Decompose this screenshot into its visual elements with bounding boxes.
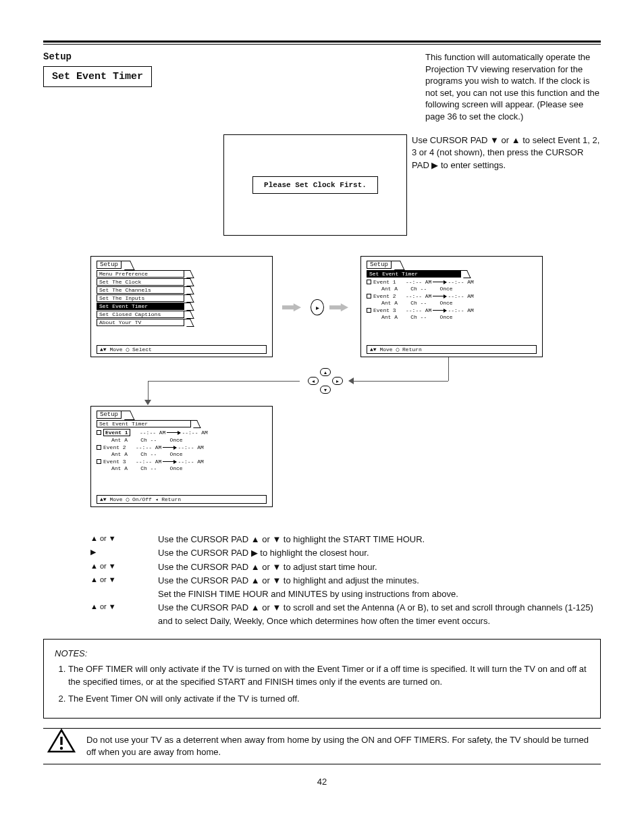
menu-item: Menu Preference [97, 270, 184, 278]
dpad-right-icon: ▸ [332, 377, 343, 385]
screen-event-list: Setup Set Event Timer Event 1 --:-- AM--… [360, 256, 543, 357]
note-item: The Event Timer ON will only activate if… [68, 693, 589, 706]
event-sub: Ant A Ch -- Once [367, 286, 537, 292]
event-row-highlighted: Event 1 --:-- AM--:-- AM [97, 429, 267, 436]
dpad-icon: ▴ ▾ ◂ ▸ [306, 369, 344, 394]
osd-title-setup: Setup [97, 261, 122, 269]
setup-menu-list: Menu Preference Set The Clock Set The Ch… [97, 270, 267, 326]
event-rows: Event 1 --:-- AM--:-- AM Ant A Ch -- Onc… [367, 279, 537, 320]
instruction-text: Use the CURSOR PAD ▲ or ▼ to adjust star… [158, 561, 377, 574]
screen-setup-menu: Setup Menu Preference Set The Clock Set … [90, 256, 273, 357]
flow-line [148, 381, 149, 400]
top-rule [43, 41, 601, 45]
header-row: Setup Set Event Timer This function will… [43, 51, 601, 122]
instruction-glyph: ▲ or ▼ [90, 533, 158, 544]
event-sub: Ant A Ch -- Once [367, 314, 537, 320]
checkbox-icon [367, 280, 371, 284]
time-arrow-icon [433, 282, 446, 282]
osd-subtitle-selected: Set Event Timer [367, 270, 461, 278]
osd-footer: ▲▼ Move ◯ Return [367, 345, 537, 354]
checkbox-icon [97, 459, 101, 464]
header-left: Setup Set Event Timer [43, 51, 152, 87]
section-title: Set Event Timer [43, 66, 152, 87]
dpad-up-icon: ▴ [320, 368, 331, 376]
notes-heading: NOTES: [55, 648, 87, 658]
instruction-row: ▶ Use the CURSOR PAD ▶ to highlight the … [90, 546, 601, 560]
osd-footer: ▲▼ Move ◯ On/Off ◂ Return [97, 495, 267, 504]
time-arrow-icon [163, 461, 176, 462]
osd-subtitle: Set Event Timer [97, 420, 191, 427]
event-row: Event 3 --:-- AM--:-- AM [367, 307, 537, 313]
menu-item: Set The Channels [97, 286, 184, 294]
event-row: Event 2 --:-- AM--:-- AM [97, 444, 267, 450]
page-number: 42 [43, 777, 601, 787]
instruction-row: ▲ or ▼ Use the CURSOR PAD ▲ or ▼ to high… [90, 533, 601, 546]
instruction-text: Use the CURSOR PAD ▶ to highlight the cl… [158, 546, 369, 560]
dpad-down-icon: ▾ [320, 386, 331, 394]
instruction-row: ▲ or ▼ Use the CURSOR PAD ▲ or ▼ to high… [90, 574, 601, 588]
dpad-left-icon: ◂ [308, 377, 319, 385]
instruction-row: ▲ or ▼ Use the CURSOR PAD ▲ or ▼ to scro… [90, 601, 601, 628]
instruction-text: Set the FINISH TIME HOUR and MINUTES by … [158, 588, 458, 601]
checkbox-icon [367, 294, 371, 298]
arrow-icon [329, 303, 348, 311]
instruction-glyph: ▲ or ▼ [90, 601, 158, 613]
menu-item: About Your TV [97, 319, 184, 326]
osd-footer: ▲▼ Move ◯ Select [97, 345, 267, 354]
clock-first-screen: Please Set Clock First. [223, 134, 407, 236]
clock-first-message: Please Set Clock First. [252, 176, 378, 194]
cursor-right-button-icon: ▸ [311, 299, 324, 315]
flow-line [354, 381, 448, 382]
checkbox-icon [97, 430, 101, 435]
checkbox-icon [367, 308, 371, 313]
chapter-label: Setup [43, 51, 152, 62]
intro-right-1: This function will automatically operate… [425, 51, 601, 122]
instruction-glyph: ▶ [90, 546, 158, 558]
osd-title: Setup [97, 411, 122, 419]
instruction-text: Use the CURSOR PAD ▲ or ▼ to scroll and … [158, 601, 601, 628]
intro-left-spacer [43, 134, 219, 236]
instruction-list: ▲ or ▼ Use the CURSOR PAD ▲ or ▼ to high… [90, 533, 601, 628]
event-row: Event 3 --:-- AM--:-- AM [97, 459, 267, 465]
instruction-glyph: ▲ or ▼ [90, 574, 158, 585]
event-row: Event 1 --:-- AM--:-- AM [367, 279, 537, 285]
event-rows: Event 1 --:-- AM--:-- AM Ant A Ch -- Onc… [97, 429, 267, 471]
instruction-glyph: ▲ or ▼ [90, 561, 158, 572]
checkbox-icon [97, 445, 101, 450]
time-arrow-icon [163, 447, 176, 448]
svg-point-2 [60, 746, 63, 749]
instruction-row: ▲ or ▼ Use the CURSOR PAD ▲ or ▼ to adju… [90, 561, 601, 574]
menu-item-selected: Set Event Timer [97, 303, 184, 310]
arrow-icon [282, 303, 301, 311]
flow-diagram: Setup Menu Preference Set The Clock Set … [43, 256, 601, 526]
instruction-text: Use the CURSOR PAD ▲ or ▼ to highlight t… [158, 533, 425, 546]
svg-rect-1 [60, 737, 62, 745]
arrow-head-icon [144, 400, 151, 405]
screen-event-edit: Setup Set Event Timer Event 1 --:-- AM--… [90, 406, 273, 507]
menu-item: Set Closed Captions [97, 311, 184, 318]
arrow-head-icon [348, 377, 354, 384]
event-row: Event 2 --:-- AM--:-- AM [367, 293, 537, 299]
intro-right-2: Use CURSOR PAD ▼ or ▲ to select Event 1,… [412, 134, 601, 236]
event-sub: Ant A Ch -- Once [97, 451, 267, 457]
warning-icon [43, 729, 80, 753]
flow-line [148, 381, 300, 382]
note-item: The OFF TIMER will only activate if the … [68, 663, 589, 689]
intro-block: Please Set Clock First. Use CURSOR PAD ▼… [43, 134, 601, 236]
time-arrow-icon [433, 296, 446, 296]
flow-line [448, 357, 449, 381]
warning-text: Do not use your TV as a deterrent when a… [80, 729, 601, 764]
instruction-text: Use the CURSOR PAD ▲ or ▼ to highlight a… [158, 574, 419, 588]
menu-item: Set The Inputs [97, 294, 184, 302]
event-sub: Ant A Ch -- Once [97, 465, 267, 471]
event-sub: Ant A Ch -- Once [367, 300, 537, 306]
event-sub: Ant A Ch -- Once [97, 437, 267, 443]
time-arrow-icon [433, 310, 446, 311]
instruction-row: Set the FINISH TIME HOUR and MINUTES by … [90, 588, 601, 601]
warning-box: Do not use your TV as a deterrent when a… [43, 728, 601, 764]
notes-list: The OFF TIMER will only activate if the … [55, 663, 589, 706]
time-arrow-icon [167, 432, 180, 433]
osd-title: Setup [367, 261, 392, 269]
notes-box: NOTES: The OFF TIMER will only activate … [43, 639, 601, 718]
menu-item: Set The Clock [97, 278, 184, 286]
